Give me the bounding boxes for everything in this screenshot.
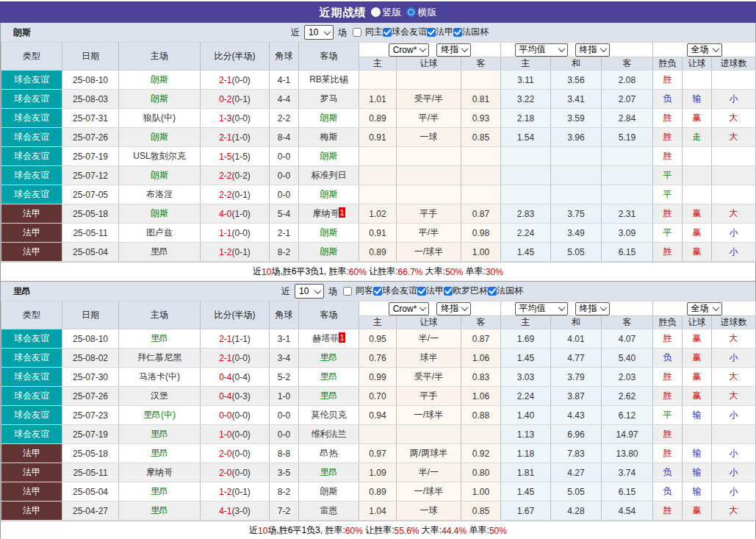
team-results-block: 里昂 近 10 场 同客球会友谊法甲欧罗巴杯法国杯 类型 日期 主场 比分( — [0, 282, 756, 539]
halftime-score: (1-5) — [232, 151, 251, 162]
layout-radio-option[interactable]: 横版 — [406, 6, 437, 19]
radio-icon[interactable] — [406, 7, 416, 17]
halftime-score: (0-0) — [232, 410, 251, 421]
checkbox-icon[interactable] — [353, 28, 361, 37]
subcol-胜负[interactable]: 胜负 — [653, 316, 683, 329]
radio-icon[interactable] — [371, 7, 381, 17]
subcol-让球[interactable]: 让球 — [683, 57, 712, 71]
checkbox-label: 球会友谊 — [382, 285, 417, 297]
away-odds-cell: 0.87 — [461, 329, 501, 349]
filter-checkbox-item[interactable]: 法甲 — [427, 26, 453, 38]
header-select[interactable]: 终指 — [575, 43, 610, 57]
filter-checkbox-item[interactable]: 法国杯 — [453, 26, 489, 38]
filter-checkbox-item[interactable]: 同客 — [343, 285, 373, 297]
filter-checkbox-item[interactable]: 法国杯 — [488, 285, 523, 297]
col-score[interactable]: 比分(半场) — [201, 43, 270, 71]
checkbox-icon[interactable] — [488, 287, 497, 296]
filter-checkbox-item[interactable]: 球会友谊 — [383, 26, 427, 38]
col-home[interactable]: 主场 — [119, 43, 201, 71]
match-count-select[interactable]: 10 — [304, 25, 334, 40]
col-away[interactable]: 客场 — [299, 301, 359, 329]
header-select[interactable]: Crow* — [389, 302, 430, 315]
subcol-进球数[interactable]: 进球数 — [712, 57, 756, 71]
corner-cell: 8-2 — [270, 243, 299, 262]
checkbox-icon[interactable] — [343, 287, 352, 296]
goals-result-cell: 大 — [712, 128, 756, 147]
header-select[interactable]: 全场 — [687, 43, 722, 57]
select-value: 全场 — [691, 43, 709, 56]
handicap-cell — [397, 425, 461, 444]
header-select[interactable]: 终指 — [575, 302, 610, 315]
subcol-主[interactable]: 主 — [501, 316, 551, 329]
subcol-让球[interactable]: 让球 — [397, 57, 461, 71]
result-cell: 胜 — [653, 243, 683, 262]
checkbox-icon[interactable] — [427, 28, 436, 37]
subcol-客[interactable]: 客 — [602, 316, 653, 329]
col-corner[interactable]: 角球 — [270, 43, 299, 71]
filter-checkbox-item[interactable]: 同主 — [353, 26, 383, 38]
col-type[interactable]: 类型 — [1, 43, 62, 71]
filter-checkbox-item[interactable]: 球会友谊 — [373, 285, 417, 297]
subcol-让球[interactable]: 让球 — [397, 316, 461, 329]
subcol-胜负[interactable]: 胜负 — [653, 57, 683, 71]
col-date[interactable]: 日期 — [62, 301, 119, 329]
checkbox-icon[interactable] — [444, 287, 453, 296]
match-count-select[interactable]: 10 — [295, 284, 324, 299]
layout-radio-option[interactable]: 竖版 — [371, 6, 402, 19]
home-team-cell: 里昂 — [119, 482, 201, 501]
away-team-cell: 昂热 — [299, 444, 359, 463]
subcol-主[interactable]: 主 — [359, 57, 397, 71]
subcol-客[interactable]: 客 — [461, 57, 501, 71]
home-odds-cell: 0.94 — [359, 406, 397, 425]
home-team-name: 图卢兹 — [146, 227, 173, 238]
fulltime-score: 4-0 — [219, 209, 231, 219]
score-cell: 0-4(0-4) — [201, 368, 270, 387]
score-cell: 1-2(0-1) — [201, 482, 270, 501]
header-select[interactable]: 平均值 — [515, 302, 568, 315]
col-corner[interactable]: 角球 — [270, 301, 299, 329]
filter-checkbox-item[interactable]: 欧罗巴杯 — [444, 285, 488, 297]
col-date[interactable]: 日期 — [62, 43, 119, 71]
checkbox-icon[interactable] — [383, 28, 392, 37]
subcol-主[interactable]: 主 — [501, 57, 551, 71]
header-select[interactable]: 终指 — [436, 302, 471, 315]
corner-cell: 3-4 — [270, 349, 299, 368]
header-select[interactable]: Crow* — [389, 43, 430, 57]
col-home[interactable]: 主场 — [119, 301, 201, 329]
subcol-客[interactable]: 客 — [602, 57, 653, 71]
checkbox-icon[interactable] — [453, 28, 462, 37]
filter-bar: 里昂 近 10 场 同客球会友谊法甲欧罗巴杯法国杯 — [1, 282, 755, 301]
filter-checkbox-item[interactable]: 法甲 — [417, 285, 444, 297]
chevron-down-icon — [461, 45, 469, 52]
competition-cell: 法甲 — [1, 243, 62, 262]
header-select[interactable]: 全场 — [687, 302, 722, 315]
subcol-让球[interactable]: 让球 — [683, 316, 712, 329]
avg-home-cell: 1.18 — [501, 444, 551, 463]
date-cell: 25-07-26 — [62, 128, 119, 147]
col-away[interactable]: 客场 — [299, 43, 359, 71]
subcol-客[interactable]: 客 — [461, 316, 501, 329]
header-select[interactable]: 平均值 — [515, 43, 568, 57]
home-odds-cell: 0.70 — [359, 387, 397, 406]
competition-cell: 法甲 — [1, 501, 62, 521]
header-select-group: 平均值终指 — [511, 43, 613, 57]
handicap-cell: 两/两球半 — [397, 444, 461, 463]
fulltime-group-header: 全场 — [653, 301, 756, 316]
checkbox-icon[interactable] — [373, 287, 382, 296]
avg-draw-cell: 3.59 — [551, 109, 602, 128]
header-select[interactable]: 终指 — [436, 43, 471, 57]
col-type[interactable]: 类型 — [1, 301, 62, 329]
corner-cell: 2-2 — [270, 109, 299, 128]
subcol-和[interactable]: 和 — [551, 57, 602, 71]
fulltime-score: 1-5 — [219, 151, 231, 162]
subcol-和[interactable]: 和 — [551, 316, 602, 329]
avg-away-cell: 2.08 — [602, 71, 653, 90]
summary-segment: 55.6% — [394, 526, 419, 536]
subcol-进球数[interactable]: 进球数 — [712, 316, 756, 329]
col-score[interactable]: 比分(半场) — [201, 301, 270, 329]
avg-draw-cell: 4.01 — [551, 329, 602, 349]
checkbox-icon[interactable] — [417, 287, 426, 296]
summary-row: 近10场,胜6平3负1, 胜率:60% 让胜率:66.7% 大率:50% 单率:… — [1, 262, 755, 281]
away-team-name: 朗斯 — [320, 151, 338, 161]
subcol-主[interactable]: 主 — [359, 316, 397, 329]
